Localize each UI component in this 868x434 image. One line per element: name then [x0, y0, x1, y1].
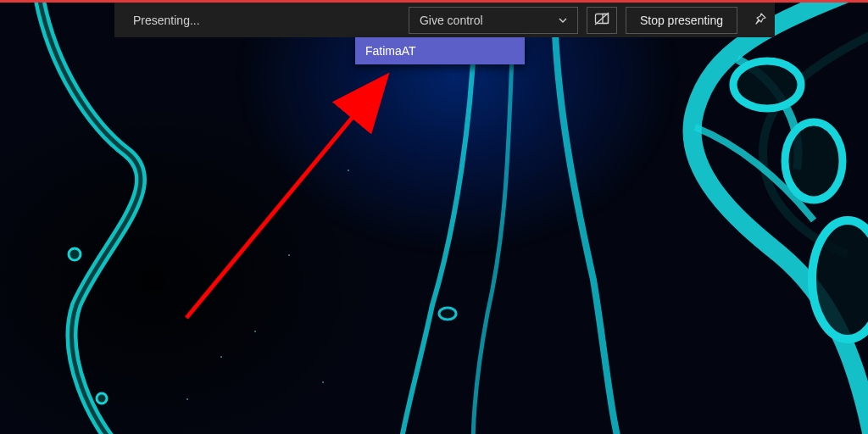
give-control-label: Give control — [420, 14, 559, 27]
recording-border — [0, 0, 868, 3]
stop-presenting-button[interactable]: Stop presenting — [626, 7, 737, 34]
hide-panel-icon — [594, 12, 609, 29]
chevron-down-icon — [559, 16, 567, 25]
svg-point-0 — [69, 248, 81, 260]
give-control-option[interactable]: FatimaAT — [355, 37, 525, 64]
svg-point-4 — [785, 122, 843, 200]
toggle-shared-content-button[interactable] — [587, 7, 617, 34]
desktop-wallpaper — [0, 0, 868, 434]
svg-point-5 — [812, 220, 868, 339]
pin-toolbar-button[interactable] — [746, 13, 775, 28]
svg-point-2 — [439, 308, 456, 320]
give-control-menu: FatimaAT — [355, 37, 525, 64]
presenting-status: Presenting... — [114, 14, 200, 27]
svg-point-1 — [97, 393, 107, 403]
presenting-toolbar: Presenting... Give control Stop presenti… — [114, 3, 775, 37]
pin-icon — [754, 13, 766, 28]
give-control-dropdown[interactable]: Give control — [409, 7, 578, 34]
stop-presenting-label: Stop presenting — [640, 14, 723, 27]
svg-point-3 — [733, 61, 801, 108]
participant-name: FatimaAT — [365, 44, 416, 58]
